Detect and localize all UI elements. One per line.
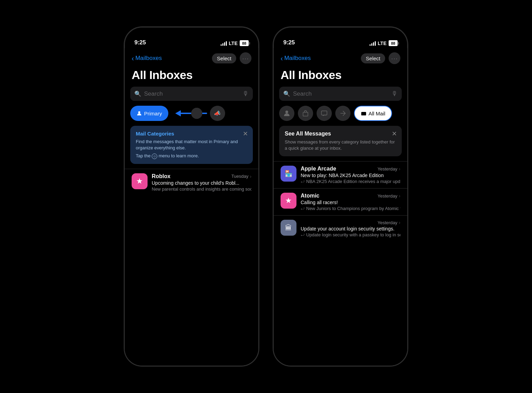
phone-left: 9:25 LTE 88 ‹ Mailboxes Select ···	[124, 27, 259, 366]
phone-content-left: ‹ Mailboxes Select ··· All Inboxes 🔍 Sea…	[125, 48, 258, 366]
back-button-left[interactable]: ‹ Mailboxes	[132, 54, 162, 62]
search-bar-left[interactable]: 🔍 Search 🎙	[130, 87, 253, 101]
svg-point-6	[285, 111, 288, 113]
back-chevron-right: ‹	[281, 54, 283, 62]
category-tabs-right: All Mail	[274, 106, 407, 121]
phone-right: 9:25 LTE 88 ‹ Mailboxes Select ···	[273, 27, 408, 366]
select-button-left[interactable]: Select	[212, 53, 236, 63]
mail-content-security: Yesterday › Update your account login se…	[301, 220, 400, 237]
back-label-left: Mailboxes	[135, 55, 162, 62]
chevron-roblox: ›	[250, 174, 251, 179]
signal-bar-r4	[375, 41, 376, 46]
person-icon-tab	[136, 111, 142, 116]
tab-chat-right[interactable]	[317, 106, 332, 121]
category-tabs-left: Primary 🛒 📣	[125, 106, 258, 121]
mail-item-security[interactable]: 🏛 Yesterday › Update your account login …	[274, 215, 407, 242]
shopping-tab-icon	[302, 110, 309, 117]
chevron-arcade: ›	[399, 166, 400, 172]
avatar-security: 🏛	[281, 220, 296, 236]
mail-header-security: Yesterday ›	[301, 220, 400, 225]
search-placeholder-right: Search	[293, 90, 389, 97]
signal-bar-r2	[371, 43, 372, 46]
banner-close-right[interactable]: ✕	[392, 130, 397, 138]
avatar-atomic: ★	[281, 193, 296, 209]
avatar-apple-arcade: 🏪	[281, 166, 296, 182]
mail-item-apple-arcade[interactable]: 🏪 Apple Arcade Yesterday › New to play: …	[274, 161, 407, 188]
thread-icon-atomic: ⮐	[301, 206, 305, 211]
preview-atomic: ⮐ New Juniors to Champions program by At…	[301, 206, 400, 211]
tab-promotions-left[interactable]: 📣	[210, 106, 225, 121]
signal-bar-3	[224, 42, 225, 46]
battery-right: 88	[389, 40, 398, 46]
lte-left: LTE	[229, 41, 238, 46]
dynamic-island-left	[170, 32, 213, 44]
mail-header-arcade: Apple Arcade Yesterday ›	[301, 166, 400, 172]
more-button-right[interactable]: ···	[389, 52, 400, 64]
mic-icon-right: 🎙	[391, 90, 398, 97]
svg-rect-8	[321, 111, 327, 115]
signal-bar-r3	[373, 42, 374, 46]
mail-header-roblox: Roblox Tuesday ›	[152, 173, 251, 180]
sender-roblox: Roblox	[152, 173, 170, 180]
tab-shopping-right[interactable]	[298, 106, 313, 121]
tab-allmail-right[interactable]: All Mail	[354, 106, 392, 121]
mail-item-roblox[interactable]: ★ Roblox Tuesday › Upcoming changes to y…	[125, 169, 258, 196]
subject-atomic: Calling all racers!	[301, 200, 400, 205]
more-button-left[interactable]: ···	[240, 52, 251, 64]
thread-icon-arcade: ⮐	[301, 179, 305, 184]
banner-title-left: Mail Categories	[136, 131, 247, 137]
preview-arcade: ⮐ NBA 2K25 Arcade Edition receives a maj…	[301, 179, 400, 184]
see-all-banner: ✕ See All Messages Show messages from ev…	[279, 126, 402, 156]
promo-tab-icon	[339, 110, 346, 117]
tab-promo-icon: 📣	[214, 110, 221, 116]
tab-promo-right[interactable]	[335, 106, 351, 121]
mic-icon-left: 🎙	[242, 90, 249, 97]
sender-arcade: Apple Arcade	[301, 166, 336, 172]
more-dots-right: ···	[391, 54, 398, 62]
arcade-icon: 🏪	[285, 170, 292, 177]
blue-arrow-svg: 🛒	[172, 106, 210, 121]
banner-close-left[interactable]: ✕	[243, 130, 248, 138]
star-icon-atomic: ★	[285, 196, 292, 205]
lte-right: LTE	[378, 41, 387, 46]
banner-tap-left: Tap the ☺ menu to learn more.	[136, 153, 247, 159]
back-label-right: Mailboxes	[284, 55, 311, 62]
mail-categories-banner: ✕ Mail Categories Find the messages that…	[130, 126, 253, 164]
signal-bars-right	[370, 41, 376, 46]
search-icon-left: 🔍	[134, 90, 141, 97]
sender-atomic: Atomic	[301, 193, 319, 199]
more-dots-left: ···	[242, 54, 249, 62]
tab-person-right[interactable]	[279, 106, 294, 121]
date-arcade: Yesterday ›	[378, 166, 400, 172]
svg-rect-7	[303, 112, 308, 116]
see-all-body: Show messages from every category listed…	[285, 139, 396, 151]
nav-bar-left: ‹ Mailboxes Select ···	[125, 48, 258, 67]
banner-body-left: Find the messages that matter most in Pr…	[136, 139, 247, 151]
nav-actions-right: Select ···	[361, 52, 400, 64]
date-atomic: Yesterday ›	[378, 193, 400, 199]
subject-security: Update your account login security setti…	[301, 226, 400, 232]
status-right-left: LTE 88	[221, 40, 249, 46]
status-time-right: 9:25	[283, 39, 295, 46]
page-title-right: All Inboxes	[274, 67, 407, 87]
mail-item-atomic[interactable]: ★ Atomic Yesterday › Calling all racers!…	[274, 188, 407, 215]
svg-point-0	[138, 111, 140, 113]
person-tab-icon	[283, 110, 290, 117]
tab-allmail-label: All Mail	[369, 111, 385, 116]
battery-left: 88	[240, 40, 249, 46]
signal-bar-r1	[370, 44, 371, 46]
back-button-right[interactable]: ‹ Mailboxes	[281, 54, 311, 62]
tab-primary[interactable]: Primary	[130, 106, 168, 121]
select-button-right[interactable]: Select	[361, 53, 385, 63]
chevron-security: ›	[399, 220, 400, 225]
status-right-right: LTE 88	[370, 40, 398, 46]
mail-content-atomic: Atomic Yesterday › Calling all racers! ⮐…	[301, 193, 400, 211]
page-title-left: All Inboxes	[125, 67, 258, 87]
subject-roblox: Upcoming changes to your child's Robl...	[152, 180, 251, 186]
mail-header-atomic: Atomic Yesterday ›	[301, 193, 400, 199]
chevron-atomic: ›	[399, 193, 400, 199]
search-bar-right[interactable]: 🔍 Search 🎙	[279, 87, 402, 101]
svg-marker-2	[175, 110, 181, 116]
tab-primary-label: Primary	[144, 111, 162, 116]
search-icon-right: 🔍	[283, 90, 290, 97]
